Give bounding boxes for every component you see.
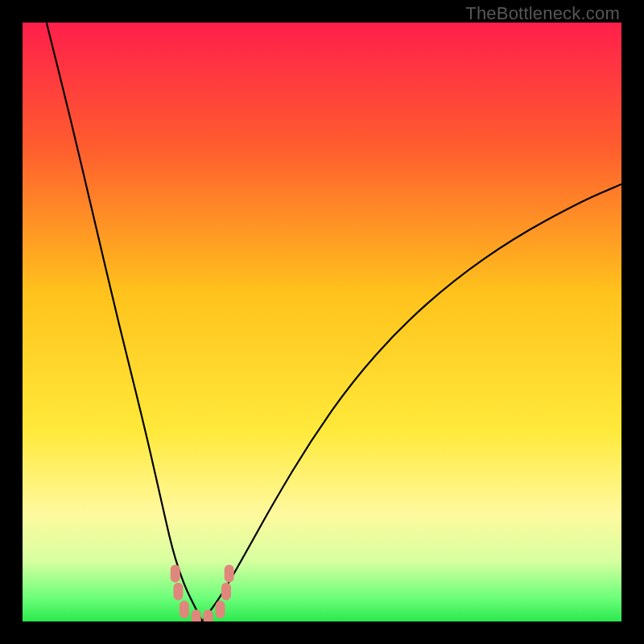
optimal-marker: [180, 601, 189, 618]
optimal-marker: [216, 601, 225, 618]
watermark-text: TheBottleneck.com: [465, 3, 620, 24]
optimal-marker: [221, 583, 231, 601]
chart-svg: [23, 23, 621, 621]
optimal-marker: [192, 609, 201, 621]
optimal-marker: [173, 583, 183, 601]
chart-frame: [23, 23, 621, 621]
plot-area: [23, 23, 621, 621]
optimal-marker: [204, 609, 213, 621]
optimal-marker: [171, 564, 180, 582]
gradient-background: [23, 23, 621, 621]
optimal-marker: [225, 564, 234, 582]
